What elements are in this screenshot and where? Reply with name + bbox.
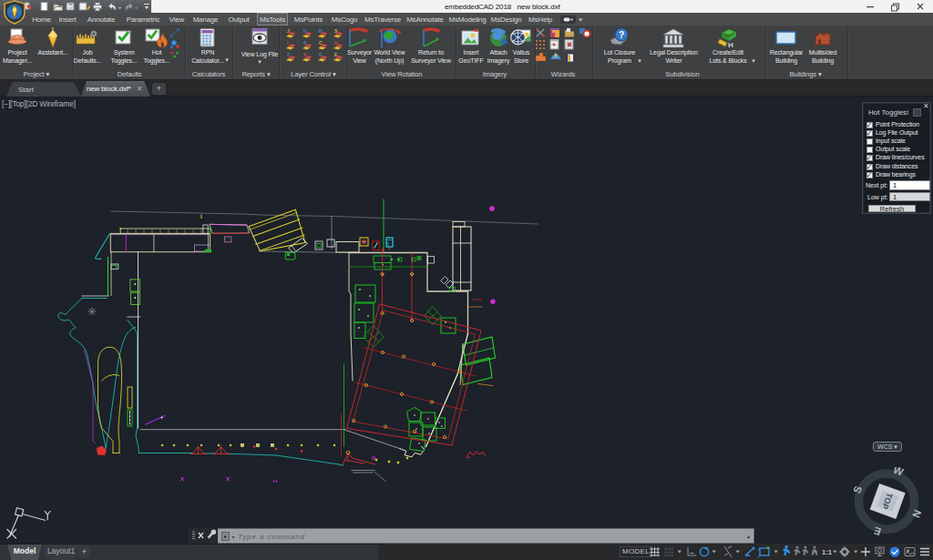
svg-text:H: H [728,41,733,49]
svg-text:I: I [287,40,289,46]
svg-text:Z: Z [287,52,290,57]
svg-text:1:1: 1:1 [822,548,832,556]
svg-text:J: J [287,28,290,34]
svg-text:?: ? [619,30,624,40]
